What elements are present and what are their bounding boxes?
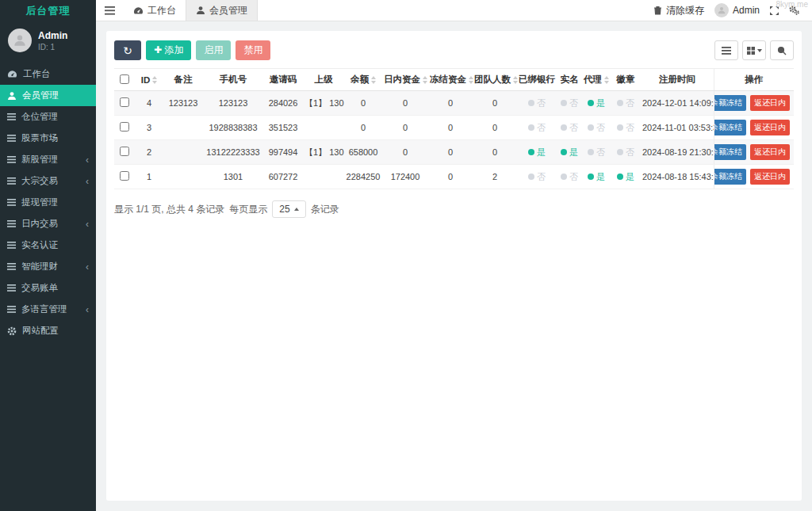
freeze-balance-button[interactable]: 余额冻结 [714, 95, 746, 111]
list-icon [7, 220, 16, 227]
sidebar-item-languages[interactable]: 多语言管理 ‹ [0, 299, 96, 320]
topbar: 工作台 会员管理 清除缓存 Admin [96, 0, 812, 21]
realname-status-cell: 是 [557, 140, 582, 165]
app-root: 后台管理 Admin ID: 1 工作台 会员管理 仓位管理 [0, 0, 812, 511]
refresh-button[interactable]: ↻ [114, 40, 141, 60]
user-panel: Admin ID: 1 [0, 22, 96, 60]
list-icon [7, 284, 16, 292]
caret-down-icon [757, 49, 762, 52]
status-dot [528, 100, 534, 106]
enable-button[interactable]: 启用 [196, 40, 231, 60]
col-invite: 邀请码 [263, 69, 303, 91]
sidebar-item-trade-bills[interactable]: 交易账单 [0, 277, 96, 299]
refund-intraday-button[interactable]: 返还日内 [750, 95, 790, 111]
regtime-cell: 2024-08-19 21:30:38 [641, 140, 714, 165]
tab-label: 会员管理 [209, 4, 247, 17]
sidebar-item-positions[interactable]: 仓位管理 [0, 106, 96, 128]
clear-cache-button[interactable]: 清除缓存 [653, 4, 704, 17]
freeze-balance-button[interactable]: 余额冻结 [714, 144, 746, 160]
actions-cell: 下级 充值 银行卡 余额冻结 返还日内 [714, 140, 794, 165]
sidebar-item-label: 日内交易 [21, 218, 58, 230]
sidebar-item-members[interactable]: 会员管理 [0, 85, 96, 106]
select-all-checkbox[interactable] [120, 74, 129, 84]
refund-intraday-button[interactable]: 返还日内 [750, 120, 790, 135]
status-dot [617, 124, 623, 131]
page-size-dropdown[interactable]: 25 [272, 200, 305, 218]
hamburger-icon[interactable] [96, 0, 124, 21]
col-actions: 操作 [714, 69, 794, 91]
disable-button[interactable]: 禁用 [236, 40, 270, 60]
balance-cell: 0 [344, 116, 382, 140]
col-bank: 已绑银行 [517, 69, 557, 91]
sort-icon[interactable] [513, 76, 518, 84]
chevron-left-icon: ‹ [86, 177, 89, 186]
sidebar-item-new-stock[interactable]: 新股管理 ‹ [0, 149, 96, 170]
team-cell: 0 [473, 91, 517, 116]
sort-icon[interactable] [604, 76, 609, 84]
sidebar-item-withdrawal[interactable]: 提现管理 [0, 192, 96, 213]
status-dot [588, 149, 594, 155]
realname-status-cell: 否 [557, 91, 582, 116]
list-view-button[interactable] [714, 40, 738, 60]
sidebar-item-block-trade[interactable]: 大宗交易 ‹ [0, 170, 96, 192]
tab-workbench[interactable]: 工作台 [124, 0, 186, 21]
add-button[interactable]: ✚ 添加 [146, 40, 191, 60]
freeze-balance-button[interactable]: 余额冻结 [714, 169, 746, 185]
list-icon [7, 199, 16, 206]
balance-cell: 658000 [344, 140, 382, 165]
phone-cell: 13122223333 [203, 140, 263, 165]
col-agent[interactable]: 代理 [582, 69, 611, 91]
sidebar-item-workbench[interactable]: 工作台 [0, 63, 96, 85]
badge-status-cell: 否 [611, 116, 641, 140]
sidebar-item-smart-finance[interactable]: 智能理财 ‹ [0, 256, 96, 277]
row-checkbox[interactable] [120, 122, 129, 132]
sidebar-item-intraday[interactable]: 日内交易 ‹ [0, 213, 96, 235]
col-team[interactable]: 团队人数 [473, 69, 517, 91]
members-table: ID 备注 手机号 邀请码 上级 余额 日内资金 冻结资金 团队人数 已绑银行 … [114, 68, 794, 189]
row-checkbox[interactable] [120, 171, 129, 181]
sort-icon[interactable] [152, 76, 157, 84]
status-dot [528, 174, 534, 180]
col-id[interactable]: ID [135, 69, 163, 91]
invite-cell: 607272 [263, 165, 303, 189]
row-checkbox[interactable] [120, 147, 129, 156]
row-checkbox[interactable] [120, 97, 129, 107]
parent-cell: 【1】 1301 [303, 91, 344, 116]
sort-icon[interactable] [469, 76, 473, 84]
dashboard-icon [7, 70, 17, 78]
table-toolbar: ↻ ✚ 添加 启用 禁用 [114, 40, 794, 60]
sort-icon[interactable] [371, 76, 376, 84]
chevron-left-icon: ‹ [86, 155, 89, 165]
status-dot [528, 149, 534, 155]
search-button[interactable] [770, 40, 794, 60]
columns-toggle-button[interactable] [742, 40, 766, 60]
id-cell: 3 [135, 116, 163, 140]
parent-cell: 【1】 1301 [303, 140, 344, 165]
user-name: Admin [38, 30, 67, 41]
list-icon [7, 156, 16, 163]
sidebar-item-site-config[interactable]: 网站配置 [0, 320, 96, 341]
col-intraday[interactable]: 日内资金 [382, 69, 428, 91]
tab-members[interactable]: 会员管理 [186, 0, 258, 21]
phone-cell: 1928838383 [203, 116, 263, 140]
sidebar-item-label: 网站配置 [22, 325, 59, 337]
sidebar-item-kyc[interactable]: 实名认证 [0, 235, 96, 256]
intraday-cell: 0 [382, 91, 428, 116]
main-area: 8kym.me 工作台 会员管理 清除缓存 [96, 0, 812, 511]
gear-icon [7, 326, 17, 336]
sidebar-item-label: 多语言管理 [21, 303, 67, 315]
table-row: 2 13122223333 997494 【1】 1301 658000 0 0… [114, 140, 794, 165]
refund-intraday-button[interactable]: 返还日内 [750, 144, 790, 160]
col-frozen[interactable]: 冻结资金 [428, 69, 473, 91]
refund-intraday-button[interactable]: 返还日内 [750, 169, 790, 185]
admin-menu[interactable]: Admin [714, 3, 760, 17]
parent-cell [303, 116, 344, 140]
sidebar-item-label: 交易账单 [21, 282, 58, 294]
user-id: ID: 1 [38, 43, 67, 51]
per-page-suffix: 条记录 [311, 203, 339, 216]
col-balance[interactable]: 余额 [344, 69, 382, 91]
sidebar-item-stock-market[interactable]: 股票市场 [0, 128, 96, 149]
status-dot [617, 100, 623, 106]
freeze-balance-button[interactable]: 余额冻结 [714, 120, 746, 135]
sort-icon[interactable] [423, 76, 427, 84]
